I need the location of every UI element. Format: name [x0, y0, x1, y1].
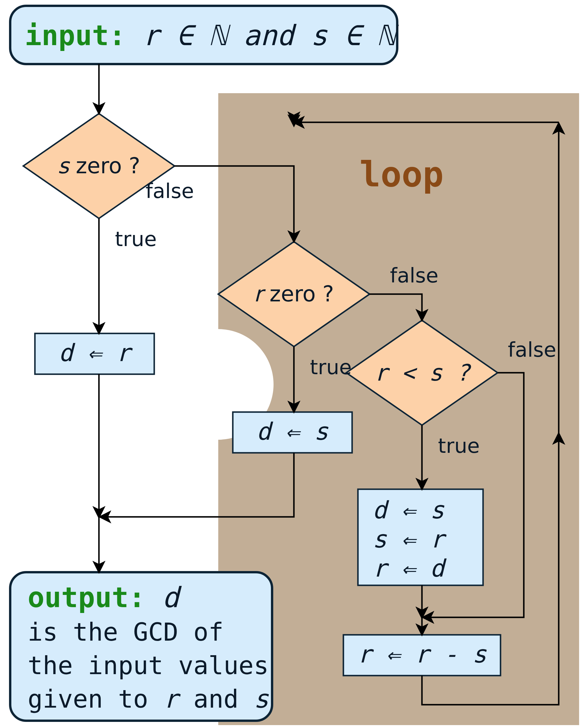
svg-text:r ⇐ r - s: r ⇐ r - s [357, 640, 487, 668]
label-rlts-true: true [438, 434, 480, 458]
output-line1: is the GCD of [28, 617, 223, 647]
svg-text:given to  r  and  s: given to r and s [28, 684, 269, 713]
svg-text:r ⇐ d: r ⇐ d [372, 554, 447, 582]
svg-text:ss zero ? zero ?: ss zero ? zero ? [58, 153, 140, 178]
svg-text:r < s ?: r < s ? [374, 360, 472, 386]
input-keyword: input: [25, 19, 126, 52]
svg-text:d ⇐ r: d ⇐ r [59, 339, 133, 367]
loop-label: loop [360, 154, 444, 194]
label-rlts-false: false [508, 338, 556, 362]
label-rzero-false: false [390, 263, 439, 287]
output-keyword: output: [28, 581, 145, 614]
svg-text:output: d: output: d [28, 581, 182, 614]
output-box: output: d is the GCD of the input values… [10, 572, 272, 721]
svg-text:s ⇐ r: s ⇐ r [372, 525, 447, 553]
output-line2: the input values [28, 651, 269, 680]
label-szero-true: true [115, 227, 157, 251]
input-box: input: r ∈ ℕ and s ∈ ℕ [10, 6, 399, 64]
output-var: d [145, 581, 182, 614]
svg-text:d ⇐ s: d ⇐ s [257, 418, 329, 445]
input-expr: r ∈ ℕ and s ∈ ℕ [126, 19, 399, 52]
svg-text:input: r ∈ ℕ  and  s ∈ ℕ: input: r ∈ ℕ and s ∈ ℕ [25, 19, 399, 52]
svg-text:d ⇐ s: d ⇐ s [372, 496, 444, 524]
proc-swap: d ⇐ s s ⇐ r r ⇐ d [358, 489, 483, 585]
proc-d-gets-r: d ⇐ r [35, 333, 154, 374]
svg-text:r zero ?: r zero ? [254, 281, 334, 306]
proc-d-gets-s: d ⇐ s [233, 412, 352, 453]
label-rzero-true: true [310, 355, 352, 379]
label-szero-false: false [145, 179, 194, 203]
proc-r-sub: r ⇐ r - s [343, 635, 501, 676]
